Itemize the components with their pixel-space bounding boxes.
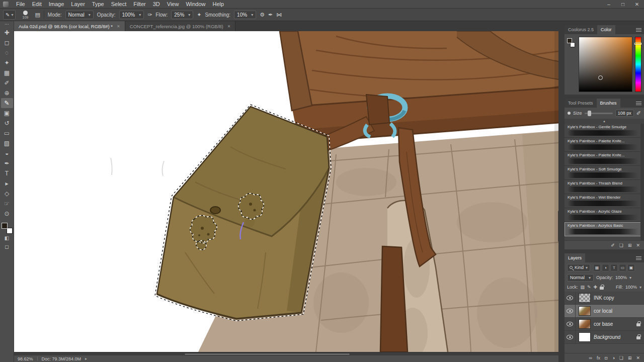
tab-brushes[interactable]: Brushes xyxy=(597,99,620,108)
layer-blend-mode-dropdown[interactable]: Normal ▾ xyxy=(567,274,594,282)
layer-row-cor-local[interactable]: cor local xyxy=(565,305,644,318)
tab-close-icon[interactable]: ✕ xyxy=(117,24,120,29)
foreground-color-swatch[interactable] xyxy=(567,38,572,43)
brush-item[interactable]: Kyle's Paintbox - Gentle Smudge xyxy=(565,124,644,138)
document-tab-aula[interactable]: Aula 02d.psd @ 98.6% (cor local, RGB/8#)… xyxy=(14,21,125,31)
pen-tool[interactable]: ✒ xyxy=(1,158,13,168)
quick-selection-tool[interactable]: ✦ xyxy=(1,58,13,68)
tool-preset-picker[interactable]: ✎ ▾ xyxy=(3,10,16,20)
menu-item[interactable]: Layer xyxy=(67,0,89,8)
marquee-tool[interactable]: ◻ xyxy=(1,38,13,48)
menu-item[interactable]: Filter xyxy=(130,0,149,8)
new-brush-icon[interactable]: ⊞ xyxy=(628,243,632,248)
menu-item[interactable]: Type xyxy=(89,0,108,8)
layer-thumbnail[interactable] xyxy=(579,293,591,303)
crop-tool[interactable]: ▦ xyxy=(1,68,13,78)
add-mask-icon[interactable]: ◘ xyxy=(605,355,607,360)
foreground-background-swatches[interactable] xyxy=(2,223,13,234)
status-options-arrow-icon[interactable]: ▸ xyxy=(85,356,87,361)
eraser-tool[interactable]: ▭ xyxy=(1,128,13,138)
brush-item[interactable]: Kyle's Paintbox - Acrylics Basic xyxy=(565,222,644,236)
toggle-brush-panel-icon[interactable]: ▤ xyxy=(35,12,40,18)
menu-item[interactable]: File xyxy=(13,0,29,8)
filter-adjustment-layers-icon[interactable]: ◑ xyxy=(602,264,609,272)
canvas-horizontal-scrollbar[interactable] xyxy=(14,352,558,355)
fill-value[interactable]: 100% xyxy=(625,285,637,290)
opacity-value[interactable]: 100% xyxy=(615,275,627,280)
zoom-tool[interactable]: ⊙ xyxy=(1,209,13,219)
layer-thumbnail[interactable] xyxy=(579,332,591,342)
tab-coolorus[interactable]: Coolorus 2.5 xyxy=(565,25,597,34)
minimize-button[interactable]: – xyxy=(602,0,616,9)
delete-layer-icon[interactable]: ✕ xyxy=(636,355,640,360)
menu-item[interactable]: View xyxy=(164,0,183,8)
tab-color[interactable]: Color xyxy=(597,25,615,34)
layer-row-ink-copy[interactable]: INK copy xyxy=(565,292,644,305)
lock-position-icon[interactable]: ✚ xyxy=(594,285,598,290)
history-brush-tool[interactable]: ↺ xyxy=(1,118,13,128)
close-button[interactable]: ✕ xyxy=(630,0,644,9)
healing-brush-tool[interactable]: ⊕ xyxy=(1,88,13,98)
menu-item[interactable]: Window xyxy=(182,0,209,8)
restore-button[interactable]: □ xyxy=(616,0,630,9)
stroke-preview-toggle-icon[interactable]: ✐ xyxy=(636,110,641,117)
quick-mask-button[interactable]: ◧ xyxy=(1,234,13,242)
filter-shape-layers-icon[interactable]: ▭ xyxy=(619,264,626,272)
layer-row-cor-base[interactable]: cor base xyxy=(565,318,644,331)
pressure-size-icon[interactable]: ✒ xyxy=(268,12,273,18)
brush-item[interactable]: Kyle's Paintbox - Wet Blender xyxy=(565,194,644,208)
hue-slider[interactable] xyxy=(635,37,641,92)
brush-item[interactable]: Kyle's Paintbox - Acrylic Glaze xyxy=(565,208,644,222)
document-tab-concept[interactable]: CONCEPT_referencia.jpg @ 100% (RGB/8) ✕ xyxy=(125,21,236,31)
brush-preset-picker[interactable]: 109 xyxy=(19,11,31,19)
eyedropper-tool[interactable]: ✐ xyxy=(1,78,13,88)
blur-tool[interactable]: ◒ xyxy=(1,148,13,158)
layer-thumbnail[interactable] xyxy=(579,306,591,316)
delete-brush-icon[interactable]: ✕ xyxy=(636,243,640,248)
lasso-tool[interactable]: ◌ xyxy=(1,48,13,58)
slider-thumb[interactable] xyxy=(588,111,591,116)
opacity-dropdown[interactable]: 100% ▾ xyxy=(119,11,144,19)
gradient-tool[interactable]: ▧ xyxy=(1,138,13,148)
brush-size-value[interactable]: 108 px xyxy=(615,110,634,117)
foreground-background-swatches[interactable] xyxy=(567,37,576,92)
shape-tool[interactable]: ◇ xyxy=(1,189,13,199)
toolbar-overflow-icon[interactable]: ⋯ xyxy=(5,22,9,28)
pressure-opacity-icon[interactable]: ✑ xyxy=(147,12,152,18)
menu-item[interactable]: Image xyxy=(45,0,68,8)
canvas-area[interactable] xyxy=(14,31,558,352)
smoothing-dropdown[interactable]: 10% ▾ xyxy=(234,11,256,19)
brush-item[interactable]: Kyle's Paintbox - Soft Smudge xyxy=(565,166,644,180)
panel-menu-icon[interactable] xyxy=(636,28,641,32)
layer-visibility-toggle[interactable] xyxy=(565,305,576,317)
brush-tool[interactable]: ✎ xyxy=(1,98,13,108)
lock-paint-icon[interactable]: ✎ xyxy=(587,285,591,290)
path-selection-tool[interactable]: ▸ xyxy=(1,178,13,189)
move-tool[interactable]: ✚ xyxy=(1,28,13,38)
scrollbar-thumb[interactable] xyxy=(184,353,350,355)
menu-item[interactable]: Help xyxy=(209,0,228,8)
brush-settings-icon[interactable]: ✐ xyxy=(611,243,615,248)
brush-size-slider[interactable] xyxy=(585,113,613,114)
airbrush-icon[interactable]: ✦ xyxy=(197,12,201,18)
kind-filter-dropdown[interactable]: Kind ▾ xyxy=(567,264,590,272)
lock-transparency-icon[interactable]: ▨ xyxy=(581,285,585,290)
layer-thumbnail[interactable] xyxy=(579,319,591,329)
flow-dropdown[interactable]: 25% ▾ xyxy=(171,11,193,19)
layer-row-background[interactable]: Background xyxy=(565,331,644,344)
blend-mode-dropdown[interactable]: Normal ▾ xyxy=(65,11,94,19)
filter-type-layers-icon[interactable]: T xyxy=(610,264,618,272)
new-layer-icon[interactable]: ⊞ xyxy=(628,355,632,360)
new-group-icon[interactable]: ❏ xyxy=(619,243,623,248)
hue-slider-marker[interactable] xyxy=(634,43,641,45)
menu-item[interactable]: Edit xyxy=(29,0,45,8)
layer-style-icon[interactable]: fx xyxy=(597,355,600,360)
hand-tool[interactable]: ☞ xyxy=(1,199,13,209)
clone-stamp-tool[interactable]: ▣ xyxy=(1,108,13,118)
canvas-artwork[interactable] xyxy=(14,31,558,352)
brush-item[interactable]: Kyle's Paintbox - Palette Knife... xyxy=(565,152,644,166)
layer-visibility-toggle[interactable] xyxy=(565,331,576,343)
brush-item[interactable]: Kyle's Paintbox - Thrash Blend xyxy=(565,180,644,194)
filter-smart-objects-icon[interactable]: ▣ xyxy=(627,264,635,272)
menu-item[interactable]: 3D xyxy=(149,0,164,8)
